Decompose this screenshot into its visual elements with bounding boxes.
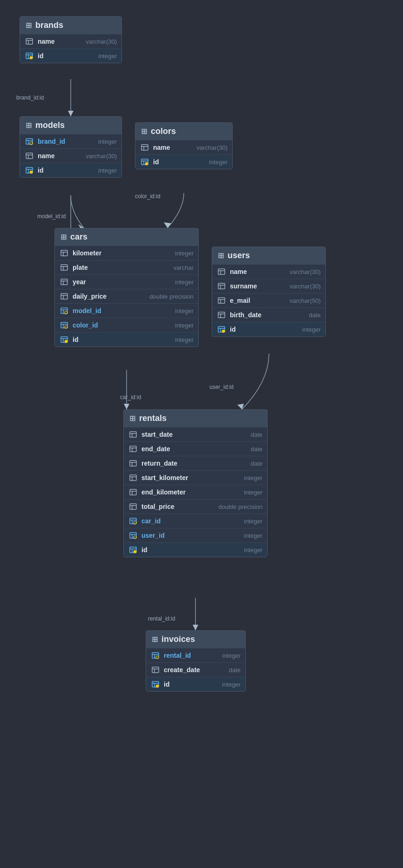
table-brands-body: name varchar(30) id integer xyxy=(20,34,121,63)
svg-point-115 xyxy=(156,685,159,688)
table-users-title: users xyxy=(228,251,250,260)
table-cars-title: cars xyxy=(70,232,87,242)
svg-rect-93 xyxy=(130,518,136,524)
field-name: daily_price xyxy=(73,293,146,300)
column-icon xyxy=(25,37,34,46)
field-type: varchar(30) xyxy=(197,144,228,151)
field-name: total_price xyxy=(141,503,215,510)
field-name: surname xyxy=(230,282,286,290)
field-name: name xyxy=(230,268,286,275)
pk-icon xyxy=(25,166,34,175)
table-row: name varchar(30) xyxy=(20,148,121,163)
svg-rect-21 xyxy=(26,153,33,159)
grid-icon-models: ⊞ xyxy=(26,121,32,130)
field-type: date xyxy=(251,460,262,467)
svg-point-16 xyxy=(30,56,33,59)
connector-label-car: car_id:id xyxy=(120,394,141,401)
field-name: color_id xyxy=(73,321,171,329)
table-row: total_price double precision xyxy=(124,499,267,514)
table-row-pk: id integer xyxy=(146,677,245,691)
grid-icon-colors: ⊞ xyxy=(141,127,147,136)
field-type: varchar(30) xyxy=(290,268,321,275)
field-type: integer xyxy=(244,489,262,496)
table-row: car_id integer xyxy=(124,514,267,528)
fk-icon xyxy=(60,320,69,330)
field-type: integer xyxy=(175,307,194,314)
fk-icon xyxy=(128,516,138,526)
table-row: name varchar(30) xyxy=(212,264,325,279)
connector-label-color: color_id:id xyxy=(135,193,161,200)
svg-rect-75 xyxy=(130,432,136,437)
table-brands: ⊞ brands name varchar(30) id integer xyxy=(20,16,122,63)
column-icon xyxy=(128,473,138,482)
svg-rect-51 xyxy=(61,322,67,328)
field-type: integer xyxy=(209,159,228,166)
field-type: integer xyxy=(222,652,241,659)
connector-label-model: model_id:id xyxy=(37,213,66,220)
column-icon xyxy=(60,248,69,258)
column-icon xyxy=(217,310,226,320)
svg-point-34 xyxy=(145,162,148,165)
table-rentals-title: rentals xyxy=(139,414,167,423)
field-type: date xyxy=(309,312,321,319)
field-type: integer xyxy=(302,326,321,333)
table-colors-body: name varchar(30) id integer xyxy=(135,140,232,169)
table-row-pk: id integer xyxy=(135,154,232,169)
table-row: kilometer integer xyxy=(55,246,198,260)
svg-marker-6 xyxy=(124,404,129,409)
svg-rect-41 xyxy=(61,279,67,285)
field-name: plate xyxy=(73,264,170,271)
table-row: create_date date xyxy=(146,662,245,677)
column-icon xyxy=(128,502,138,511)
table-row: year integer xyxy=(55,274,198,289)
field-type: date xyxy=(251,446,262,453)
grid-icon-users: ⊞ xyxy=(218,251,224,260)
column-icon xyxy=(128,487,138,497)
field-type: date xyxy=(229,667,241,674)
table-row: model_id integer xyxy=(55,303,198,318)
field-type: double precision xyxy=(218,503,262,510)
table-colors-header: ⊞ colors xyxy=(135,123,232,140)
table-row-pk: id integer xyxy=(20,163,121,177)
column-icon xyxy=(151,665,160,674)
table-brands-header: ⊞ brands xyxy=(20,17,121,34)
table-row-pk: id integer xyxy=(55,332,198,347)
field-name: id xyxy=(38,52,94,60)
column-icon xyxy=(60,277,69,287)
field-name: id xyxy=(141,546,240,554)
column-icon xyxy=(128,444,138,454)
table-row: color_id integer xyxy=(55,318,198,332)
field-type: integer xyxy=(175,279,194,286)
table-users-header: ⊞ users xyxy=(212,247,325,264)
field-type: varchar(30) xyxy=(86,38,117,45)
svg-rect-109 xyxy=(152,667,159,673)
field-type: integer xyxy=(244,532,262,539)
field-type: integer xyxy=(175,322,194,329)
field-name: rental_id xyxy=(164,652,218,659)
table-row: rental_id integer xyxy=(146,648,245,662)
field-type: integer xyxy=(98,138,117,145)
table-row: name varchar(30) xyxy=(20,34,121,48)
grid-icon-invoices: ⊞ xyxy=(152,635,158,644)
table-row: end_kilometer integer xyxy=(124,485,267,499)
field-type: integer xyxy=(222,681,241,688)
field-type: integer xyxy=(98,167,117,174)
svg-rect-47 xyxy=(61,308,67,314)
field-name: start_date xyxy=(141,431,247,438)
table-invoices-header: ⊞ invoices xyxy=(146,631,245,648)
svg-rect-81 xyxy=(130,461,136,466)
field-type: varchar(50) xyxy=(290,297,321,304)
pk-icon xyxy=(140,157,149,167)
svg-rect-90 xyxy=(130,504,136,509)
table-brands-title: brands xyxy=(35,20,63,30)
table-colors-title: colors xyxy=(151,127,176,136)
pk-icon xyxy=(25,51,34,60)
svg-rect-44 xyxy=(61,294,67,299)
table-cars: ⊞ cars kilometer integer plate varchar xyxy=(54,228,199,347)
field-name: brand_id xyxy=(38,138,94,145)
column-icon xyxy=(217,281,226,291)
field-name: return_date xyxy=(141,460,247,467)
svg-rect-97 xyxy=(130,533,136,538)
field-name: end_kilometer xyxy=(141,488,240,496)
column-icon xyxy=(128,430,138,439)
